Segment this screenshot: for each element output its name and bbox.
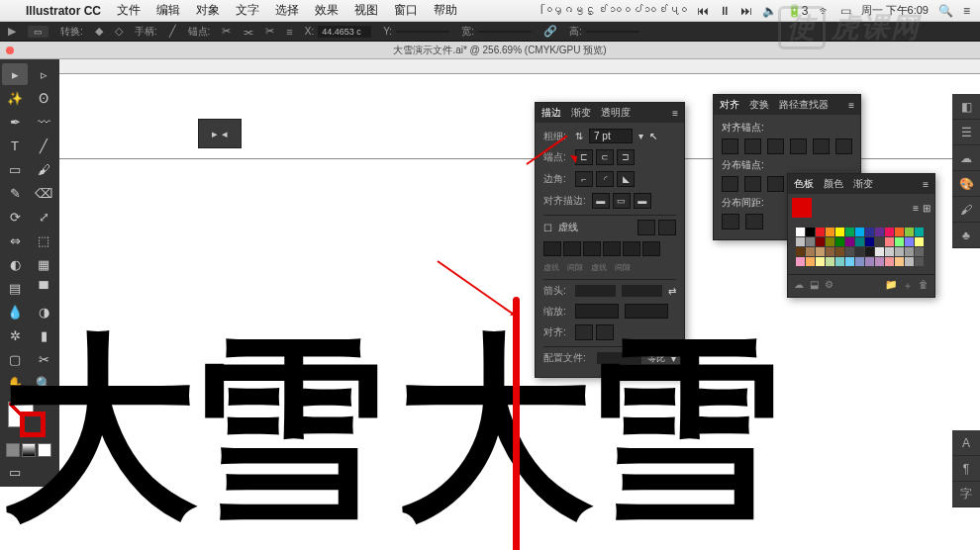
swatch[interactable] — [895, 237, 904, 246]
close-window-icon[interactable] — [6, 46, 14, 54]
menu-effect[interactable]: 效果 — [307, 2, 346, 19]
swatch[interactable] — [865, 237, 874, 246]
swatch[interactable] — [905, 247, 914, 256]
dashed-checkbox[interactable]: ☐ — [543, 223, 552, 233]
swatch[interactable] — [855, 228, 864, 236]
menu-window[interactable]: 窗口 — [386, 2, 426, 19]
cap-square[interactable]: ⊐ — [617, 149, 635, 165]
swatch[interactable] — [875, 247, 884, 256]
swatch[interactable] — [855, 257, 864, 266]
menu-type[interactable]: 文字 — [228, 2, 267, 19]
cap-round[interactable]: ⊂ — [596, 149, 614, 165]
swatch[interactable] — [865, 247, 874, 256]
direct-selection-tool[interactable]: ▹ — [31, 63, 56, 85]
y-value[interactable] — [396, 31, 449, 33]
menu-view[interactable]: 视图 — [346, 2, 386, 19]
swatch[interactable] — [816, 247, 825, 256]
drawn-red-stroke[interactable] — [513, 297, 520, 550]
tab-transparency[interactable]: 透明度 — [601, 106, 631, 120]
shape-builder-tool[interactable]: ◐ — [2, 253, 28, 275]
ruler-horizontal[interactable] — [25, 59, 980, 74]
swatch[interactable] — [826, 257, 834, 266]
stepper-icon[interactable]: ⇅ — [575, 131, 583, 141]
volume-icon[interactable]: 🔈 — [762, 4, 777, 18]
align-center[interactable]: ▬ — [592, 193, 610, 209]
scale-tool[interactable]: ⤢ — [31, 206, 56, 228]
swatch[interactable] — [875, 237, 884, 246]
anchor-left-icon[interactable]: ▸ — [212, 128, 218, 140]
swatch-menu-icon[interactable]: ≡ — [913, 203, 919, 214]
align-outside[interactable]: ▬ — [634, 193, 651, 209]
delete-swatch-icon[interactable]: 🗑 — [919, 279, 929, 293]
dist-bottom[interactable] — [767, 176, 784, 192]
corner-round[interactable]: ◜ — [596, 171, 614, 187]
pen-tool[interactable]: ✒ — [2, 111, 28, 133]
swatch[interactable] — [915, 237, 924, 246]
swatch[interactable] — [796, 237, 805, 246]
dist-hspace[interactable] — [745, 214, 763, 229]
gap1[interactable] — [563, 241, 581, 256]
tab-color[interactable]: 颜色 — [824, 177, 843, 191]
swatch[interactable] — [885, 237, 894, 246]
swatch[interactable] — [835, 247, 844, 256]
curvature-tool[interactable]: 〰 — [31, 111, 56, 133]
menu-icon[interactable]: ≡ — [963, 4, 970, 18]
swatch[interactable] — [915, 247, 924, 256]
dock-color-icon[interactable]: 🎨 — [952, 171, 980, 197]
selection-tool[interactable]: ▸ — [2, 63, 28, 85]
app-name[interactable]: Illustrator CC — [18, 4, 109, 18]
free-transform-tool[interactable]: ⬚ — [31, 229, 56, 251]
corner-miter[interactable]: ⌐ — [575, 171, 593, 187]
align-left[interactable] — [722, 138, 738, 154]
swatch[interactable] — [816, 228, 825, 236]
align-top[interactable] — [790, 138, 807, 154]
handle-icon[interactable]: ╱ — [169, 25, 176, 38]
tab-transform[interactable]: 变换 — [749, 98, 769, 112]
dock-libraries-icon[interactable]: ☁ — [952, 145, 980, 171]
swatch[interactable] — [826, 228, 834, 236]
anchor-convert-icon[interactable]: ◆ — [95, 25, 103, 38]
anchor-right-icon[interactable]: ◂ — [222, 128, 228, 140]
weight-input[interactable] — [589, 129, 633, 143]
corner-bevel[interactable]: ◣ — [617, 171, 635, 187]
mesh-tool[interactable]: ▤ — [2, 277, 28, 299]
dash2[interactable] — [583, 241, 601, 256]
swatch[interactable] — [905, 257, 914, 266]
current-fill-swatch[interactable] — [792, 198, 812, 218]
dist-vcenter[interactable] — [744, 176, 761, 192]
dash-align2[interactable] — [658, 220, 676, 235]
tab-pathfinder[interactable]: 路径查找器 — [779, 98, 829, 112]
swatch[interactable] — [806, 247, 815, 256]
search-icon[interactable]: 🔍 — [938, 4, 953, 18]
dist-top[interactable] — [722, 176, 738, 192]
chip[interactable]: ▭ — [28, 26, 49, 38]
w-value[interactable] — [478, 31, 532, 33]
swatch[interactable] — [895, 247, 904, 256]
tab-swatches[interactable]: 色板 — [794, 177, 814, 191]
swatch-kind-icon[interactable]: ⬓ — [810, 279, 819, 293]
new-group-icon[interactable]: 📁 — [885, 279, 897, 293]
dash3[interactable] — [623, 241, 640, 256]
dock-glyph-icon[interactable]: 字 — [952, 482, 980, 507]
swatch[interactable] — [796, 228, 805, 236]
gap2[interactable] — [603, 241, 621, 256]
swatch[interactable] — [915, 228, 924, 236]
dock-char-icon[interactable]: A — [952, 430, 980, 456]
x-value[interactable]: 44.4653 c — [318, 26, 371, 38]
dash1[interactable] — [543, 241, 561, 256]
remove-anchor-icon[interactable]: ✂ — [222, 25, 231, 38]
arrow-start[interactable] — [575, 285, 616, 297]
swatch-grid-icon[interactable]: ⊞ — [923, 203, 931, 214]
swatch[interactable] — [865, 257, 874, 266]
next-icon[interactable]: ⏭ — [740, 4, 752, 18]
swatch[interactable] — [796, 247, 805, 256]
panel-menu-icon[interactable]: ≡ — [672, 108, 678, 119]
arrow-end[interactable] — [622, 285, 662, 297]
swatch[interactable] — [875, 257, 884, 266]
swatch[interactable] — [845, 257, 854, 266]
swatch[interactable] — [845, 247, 854, 256]
dist-vspace[interactable] — [722, 214, 739, 229]
swatch[interactable] — [885, 257, 894, 266]
swatch[interactable] — [835, 257, 844, 266]
swatch[interactable] — [816, 257, 825, 266]
